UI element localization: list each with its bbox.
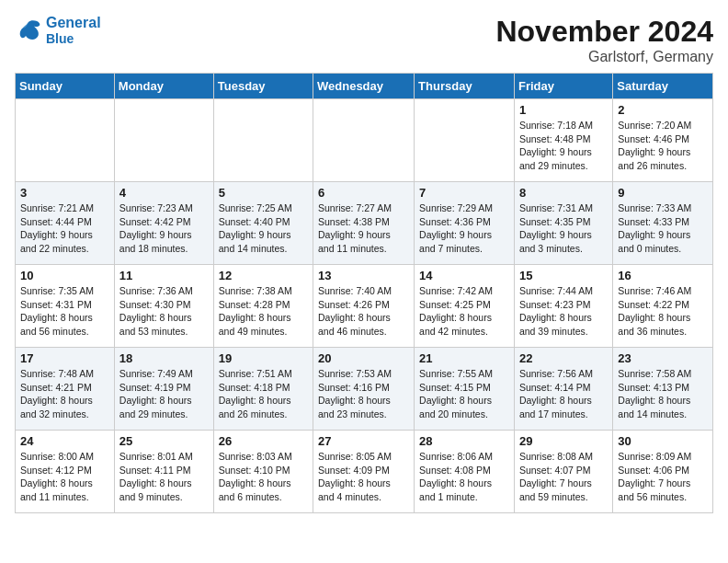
day-info: Sunrise: 7:18 AMSunset: 4:48 PMDaylight:… [519,119,608,173]
calendar-cell: 15Sunrise: 7:44 AMSunset: 4:23 PMDayligh… [514,265,612,348]
calendar-cell: 10Sunrise: 7:35 AMSunset: 4:31 PMDayligh… [16,265,115,348]
day-number: 16 [618,269,708,282]
day-info: Sunrise: 8:05 AMSunset: 4:09 PMDaylight:… [318,450,409,504]
calendar-cell: 17Sunrise: 7:48 AMSunset: 4:21 PMDayligh… [16,348,115,431]
day-info: Sunrise: 7:27 AMSunset: 4:38 PMDaylight:… [318,201,409,256]
day-info: Sunrise: 7:23 AMSunset: 4:42 PMDaylight:… [119,201,209,256]
calendar-cell: 11Sunrise: 7:36 AMSunset: 4:30 PMDayligh… [114,265,213,348]
day-info: Sunrise: 7:20 AMSunset: 4:46 PMDaylight:… [618,119,708,173]
weekday-header-thursday: Thursday [415,74,515,99]
calendar-cell: 26Sunrise: 8:03 AMSunset: 4:10 PMDayligh… [213,431,313,513]
day-number: 7 [419,186,509,200]
weekday-header-row: SundayMondayTuesdayWednesdayThursdayFrid… [16,74,713,99]
day-info: Sunrise: 7:49 AMSunset: 4:19 PMDaylight:… [119,367,209,421]
day-number: 19 [219,351,308,365]
calendar-cell: 7Sunrise: 7:29 AMSunset: 4:36 PMDaylight… [415,182,515,265]
day-info: Sunrise: 7:53 AMSunset: 4:16 PMDaylight:… [318,367,409,421]
day-info: Sunrise: 7:31 AMSunset: 4:35 PMDaylight:… [519,201,608,256]
day-info: Sunrise: 8:09 AMSunset: 4:06 PMDaylight:… [618,450,708,504]
calendar-cell: 23Sunrise: 7:58 AMSunset: 4:13 PMDayligh… [613,348,713,431]
weekday-header-monday: Monday [114,74,213,99]
day-info: Sunrise: 7:56 AMSunset: 4:14 PMDaylight:… [519,367,608,421]
day-number: 13 [318,269,409,282]
day-info: Sunrise: 8:03 AMSunset: 4:10 PMDaylight:… [219,450,308,504]
calendar-cell: 22Sunrise: 7:56 AMSunset: 4:14 PMDayligh… [514,348,612,431]
title-block: November 2024 Garlstorf, Germany [495,15,713,65]
calendar-cell: 6Sunrise: 7:27 AMSunset: 4:38 PMDaylight… [313,182,415,265]
day-number: 28 [419,434,509,448]
calendar-cell: 18Sunrise: 7:49 AMSunset: 4:19 PMDayligh… [114,348,213,431]
day-info: Sunrise: 7:35 AMSunset: 4:31 PMDaylight:… [20,284,109,339]
day-number: 30 [618,434,708,448]
calendar-cell: 2Sunrise: 7:20 AMSunset: 4:46 PMDaylight… [613,99,713,182]
weekday-header-wednesday: Wednesday [313,74,415,99]
calendar-cell: 16Sunrise: 7:46 AMSunset: 4:22 PMDayligh… [613,265,713,348]
day-number: 9 [618,186,708,200]
calendar-cell [415,99,515,182]
day-number: 29 [519,434,608,448]
calendar-cell: 25Sunrise: 8:01 AMSunset: 4:11 PMDayligh… [114,431,213,513]
calendar-cell [114,99,213,182]
day-number: 17 [20,351,109,365]
day-number: 21 [419,351,509,365]
day-info: Sunrise: 7:48 AMSunset: 4:21 PMDaylight:… [20,367,109,421]
month-title: November 2024 [495,15,713,49]
day-info: Sunrise: 7:33 AMSunset: 4:33 PMDaylight:… [618,201,708,256]
day-number: 1 [519,103,608,117]
day-number: 26 [219,434,308,448]
day-number: 25 [119,434,209,448]
weekday-header-tuesday: Tuesday [213,74,313,99]
calendar-cell [16,99,115,182]
day-info: Sunrise: 7:44 AMSunset: 4:23 PMDaylight:… [519,284,608,339]
weekday-header-sunday: Sunday [16,74,115,99]
day-info: Sunrise: 8:08 AMSunset: 4:07 PMDaylight:… [519,450,608,504]
calendar-week-2: 3Sunrise: 7:21 AMSunset: 4:44 PMDaylight… [16,182,713,265]
day-number: 18 [119,351,209,365]
day-info: Sunrise: 7:42 AMSunset: 4:25 PMDaylight:… [419,284,509,339]
day-number: 14 [419,269,509,282]
calendar-cell: 8Sunrise: 7:31 AMSunset: 4:35 PMDaylight… [514,182,612,265]
day-info: Sunrise: 7:29 AMSunset: 4:36 PMDaylight:… [419,201,509,256]
calendar-cell: 1Sunrise: 7:18 AMSunset: 4:48 PMDaylight… [514,99,612,182]
day-info: Sunrise: 7:58 AMSunset: 4:13 PMDaylight:… [618,367,708,421]
calendar-cell: 27Sunrise: 8:05 AMSunset: 4:09 PMDayligh… [313,431,415,513]
day-number: 27 [318,434,409,448]
calendar-cell: 19Sunrise: 7:51 AMSunset: 4:18 PMDayligh… [213,348,313,431]
calendar-cell: 9Sunrise: 7:33 AMSunset: 4:33 PMDaylight… [613,182,713,265]
day-number: 20 [318,351,409,365]
weekday-header-saturday: Saturday [613,74,713,99]
calendar-table: SundayMondayTuesdayWednesdayThursdayFrid… [15,73,713,513]
calendar-cell: 30Sunrise: 8:09 AMSunset: 4:06 PMDayligh… [613,431,713,513]
day-number: 12 [219,269,308,282]
day-number: 24 [20,434,109,448]
day-info: Sunrise: 7:38 AMSunset: 4:28 PMDaylight:… [219,284,308,339]
day-info: Sunrise: 7:40 AMSunset: 4:26 PMDaylight:… [318,284,409,339]
day-number: 3 [20,186,109,200]
calendar-cell: 12Sunrise: 7:38 AMSunset: 4:28 PMDayligh… [213,265,313,348]
calendar-week-4: 17Sunrise: 7:48 AMSunset: 4:21 PMDayligh… [16,348,713,431]
day-info: Sunrise: 8:06 AMSunset: 4:08 PMDaylight:… [419,450,509,504]
day-info: Sunrise: 7:25 AMSunset: 4:40 PMDaylight:… [219,201,308,256]
day-number: 2 [618,103,708,117]
calendar-cell: 29Sunrise: 8:08 AMSunset: 4:07 PMDayligh… [514,431,612,513]
day-info: Sunrise: 8:01 AMSunset: 4:11 PMDaylight:… [119,450,209,504]
day-number: 11 [119,269,209,282]
page-header: General Blue November 2024 Garlstorf, Ge… [15,15,713,65]
day-number: 22 [519,351,608,365]
calendar-cell: 24Sunrise: 8:00 AMSunset: 4:12 PMDayligh… [16,431,115,513]
day-info: Sunrise: 7:46 AMSunset: 4:22 PMDaylight:… [618,284,708,339]
calendar-cell: 3Sunrise: 7:21 AMSunset: 4:44 PMDaylight… [16,182,115,265]
logo-text: General Blue [46,15,101,46]
calendar-week-5: 24Sunrise: 8:00 AMSunset: 4:12 PMDayligh… [16,431,713,513]
location: Garlstorf, Germany [495,49,713,65]
day-number: 8 [519,186,608,200]
day-info: Sunrise: 7:51 AMSunset: 4:18 PMDaylight:… [219,367,308,421]
day-info: Sunrise: 7:36 AMSunset: 4:30 PMDaylight:… [119,284,209,339]
calendar-cell [313,99,415,182]
calendar-cell: 20Sunrise: 7:53 AMSunset: 4:16 PMDayligh… [313,348,415,431]
weekday-header-friday: Friday [514,74,612,99]
day-number: 4 [119,186,209,200]
calendar-cell: 4Sunrise: 7:23 AMSunset: 4:42 PMDaylight… [114,182,213,265]
calendar-week-1: 1Sunrise: 7:18 AMSunset: 4:48 PMDaylight… [16,99,713,182]
day-info: Sunrise: 7:21 AMSunset: 4:44 PMDaylight:… [20,201,109,256]
